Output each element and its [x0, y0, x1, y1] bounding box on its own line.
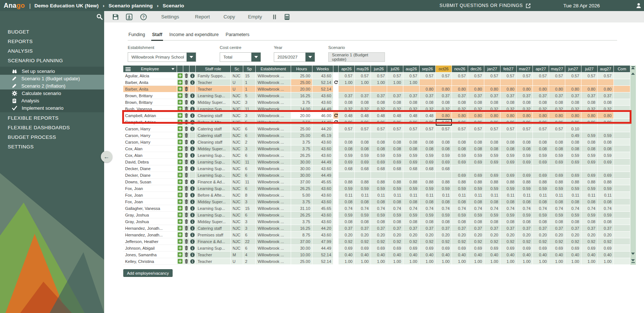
- staff-role-cell[interactable]: Finance & Ad...: [196, 238, 231, 245]
- fte-cell-apr26[interactable]: 0.08: [339, 145, 355, 152]
- fte-cell-oct26[interactable]: [436, 132, 452, 139]
- scroll-top-icon[interactable]: [631, 67, 635, 69]
- delete-icon[interactable]: [184, 173, 189, 177]
- sidebar-item-budget-process[interactable]: BUDGET PROCESS: [0, 133, 104, 142]
- establishment-cell[interactable]: Willowbrook ...: [256, 132, 291, 139]
- fte-cell-jul27[interactable]: 0.57: [581, 73, 598, 79]
- fte-cell-mar27[interactable]: 0.69: [517, 159, 533, 165]
- sp-cell[interactable]: 6: [243, 232, 256, 238]
- weeks-cell[interactable]: 44.49: [312, 119, 333, 126]
- fte-cell-sep26[interactable]: [420, 132, 436, 139]
- fte-cell-jun27[interactable]: 0.59: [565, 185, 581, 192]
- info-icon[interactable]: [190, 233, 195, 237]
- fte-cell-aug27[interactable]: 0.11: [598, 192, 614, 198]
- sc-cell[interactable]: NJC: [231, 119, 243, 126]
- fte-cell-jul26[interactable]: 0.37: [387, 92, 403, 99]
- weeks-cell[interactable]: 52.14: [312, 86, 333, 92]
- fte-cell-mar27[interactable]: 0.32: [517, 106, 533, 112]
- com-cell[interactable]: [614, 252, 630, 258]
- info-icon[interactable]: [190, 226, 195, 231]
- fte-cell-jun26[interactable]: 0.11: [371, 192, 387, 198]
- info-icon[interactable]: [190, 107, 195, 111]
- fte-cell-mar27[interactable]: 0.59: [517, 212, 533, 218]
- fte-cell-may27[interactable]: 0.08: [549, 218, 565, 225]
- weeks-cell[interactable]: 43.60: [312, 218, 333, 225]
- info-icon[interactable]: [190, 246, 195, 250]
- fte-cell-feb27[interactable]: 0.57: [500, 126, 517, 132]
- sp-cell[interactable]: 22: [243, 238, 256, 245]
- fte-cell-jul26[interactable]: 0.32: [387, 106, 403, 112]
- fte-cell-jun26[interactable]: 0.08: [371, 139, 387, 145]
- fte-cell-oct26[interactable]: 0.69: [436, 159, 452, 165]
- add-line-icon[interactable]: [178, 186, 183, 191]
- fte-cell-aug27[interactable]: 0.08: [598, 99, 614, 106]
- sp-cell[interactable]: 8: [243, 192, 256, 198]
- com-cell[interactable]: [614, 179, 630, 185]
- fte-cell-jul27[interactable]: 0.08: [581, 145, 598, 152]
- fte-cell-apr27[interactable]: 0.69: [533, 172, 549, 179]
- establishment-cell[interactable]: Willowbrook ...: [256, 119, 291, 126]
- fte-cell-jun27[interactable]: 1.00: [565, 258, 581, 265]
- delete-icon[interactable]: [184, 232, 189, 237]
- fte-cell-feb27[interactable]: 1.00: [500, 258, 517, 265]
- staff-role-cell[interactable]: Learning Sup...: [196, 92, 231, 99]
- fte-cell-jan27[interactable]: 0.59: [484, 152, 500, 159]
- fte-cell-aug27[interactable]: 0.32: [598, 106, 614, 112]
- fte-cell-jun26[interactable]: 0.08: [371, 99, 387, 106]
- fte-cell-aug27[interactable]: 0.69: [598, 172, 614, 179]
- fte-cell-jun27[interactable]: 0.57: [565, 73, 581, 79]
- fte-cell-aug26[interactable]: 0.57: [403, 73, 420, 79]
- delete-icon[interactable]: [184, 159, 189, 164]
- fte-cell-jun26[interactable]: 0.92: [371, 238, 387, 245]
- fte-cell-apr27[interactable]: [533, 165, 549, 172]
- sp-cell[interactable]: 4: [243, 252, 256, 258]
- fte-cell-feb27[interactable]: 0.92: [500, 238, 517, 245]
- hours-cell[interactable]: 3.75: [291, 145, 312, 152]
- fte-cell-aug27[interactable]: 0.69: [598, 159, 614, 165]
- fte-cell-nov26[interactable]: 0.57: [452, 73, 468, 79]
- sc-cell[interactable]: NJC: [231, 145, 243, 152]
- sidebar-item-scenario-1[interactable]: Scenario 1 (Budget update): [0, 75, 104, 82]
- fte-cell-sep26[interactable]: 0.08: [420, 139, 436, 145]
- fte-cell-jun27[interactable]: 0.69: [565, 159, 581, 165]
- sc-cell[interactable]: NJC: [231, 192, 243, 198]
- sc-cell[interactable]: NJC: [231, 245, 243, 252]
- establishment-cell[interactable]: Willowbrook ...: [256, 218, 291, 225]
- establishment-cell[interactable]: Willowbrook ...: [256, 205, 291, 212]
- fte-cell-jun27[interactable]: 0.08: [565, 139, 581, 145]
- fte-cell-dec26[interactable]: 0.69: [468, 172, 484, 179]
- fte-cell-apr26[interactable]: 0.37: [339, 225, 355, 232]
- sc-cell[interactable]: NJC: [231, 112, 243, 119]
- fte-cell-jul27[interactable]: 0.11: [581, 192, 598, 198]
- employee-name-cell[interactable]: Gray, Joshua: [123, 212, 177, 218]
- fte-cell-aug26[interactable]: 0.69: [403, 159, 420, 165]
- menu-icon[interactable]: [125, 67, 131, 72]
- weeks-cell[interactable]: 47.99: [312, 238, 333, 245]
- fte-cell-nov26[interactable]: 0.08: [452, 218, 468, 225]
- fte-cell-mar27[interactable]: 0.69: [517, 245, 533, 252]
- fte-cell-apr27[interactable]: 0.80: [533, 112, 549, 119]
- com-cell[interactable]: [614, 172, 630, 179]
- weeks-cell[interactable]: 52.14: [312, 258, 333, 265]
- weeks-cell[interactable]: 43.60: [312, 232, 333, 238]
- add-line-icon[interactable]: [178, 126, 183, 131]
- fte-cell-sep26[interactable]: [420, 172, 436, 179]
- fte-cell-aug26[interactable]: 0.92: [403, 238, 420, 245]
- info-icon[interactable]: [190, 160, 195, 164]
- weeks-cell[interactable]: 44.49: [312, 245, 333, 252]
- delete-icon[interactable]: [184, 126, 189, 131]
- fte-cell-oct26[interactable]: 0.57: [436, 73, 452, 79]
- fte-cell-jul26[interactable]: 0.88: [387, 179, 403, 185]
- fte-cell-may27[interactable]: 0.80: [549, 112, 565, 119]
- employee-name-cell[interactable]: Barber, Anita: [123, 79, 177, 86]
- breadcrumb-section[interactable]: Scenario planning: [109, 3, 153, 8]
- fte-cell-jun26[interactable]: 0.08: [371, 198, 387, 205]
- fte-cell-aug27[interactable]: 0.37: [598, 225, 614, 232]
- fte-cell-feb27[interactable]: 0.20: [500, 232, 517, 238]
- sc-cell[interactable]: U: [231, 86, 243, 92]
- sc-cell[interactable]: NJC: [231, 165, 243, 172]
- fte-cell-jun26[interactable]: 0.40: [371, 252, 387, 258]
- fte-cell-jul26[interactable]: 0.59: [387, 152, 403, 159]
- fte-cell-may27[interactable]: 0.69: [549, 172, 565, 179]
- toolbar-copy[interactable]: Copy: [223, 14, 235, 20]
